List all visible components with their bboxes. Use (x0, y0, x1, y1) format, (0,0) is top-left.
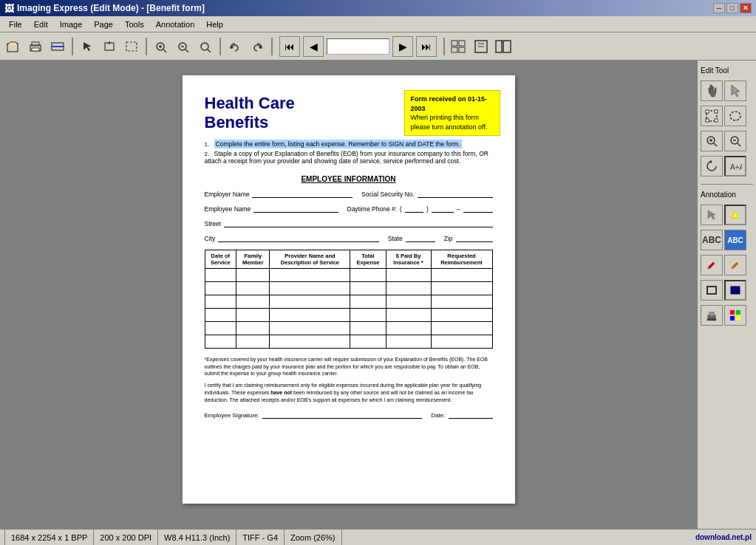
zip-field (456, 233, 493, 242)
zoom-out-button[interactable] (173, 36, 194, 57)
phone-area-field (405, 204, 423, 213)
table-row (205, 295, 492, 308)
color-picker-button[interactable] (724, 305, 746, 326)
menu-tools[interactable]: Tools (119, 18, 150, 30)
svg-rect-26 (503, 41, 511, 52)
title-icon: 🖼 (4, 3, 14, 14)
highlight-tool-button[interactable] (724, 205, 746, 225)
employer-label: Employer Name (205, 191, 250, 198)
menu-edit[interactable]: Edit (28, 18, 54, 30)
next-page-button[interactable]: ▶ (392, 36, 413, 57)
employee-field (253, 204, 338, 213)
page-nav: ⏮ ◀ Page 1 of 2 ▶ ⏭ (276, 36, 440, 57)
svg-text:A+A: A+A (730, 163, 742, 171)
zoom-in-button[interactable] (151, 36, 171, 57)
svg-rect-3 (32, 48, 39, 51)
maximize-button[interactable]: □ (726, 3, 738, 13)
rect-tool-button[interactable] (701, 280, 723, 301)
svg-rect-20 (452, 47, 457, 52)
svg-rect-18 (452, 41, 457, 46)
zoom-out-tool-button[interactable] (724, 131, 746, 151)
street-label: Street (205, 220, 222, 227)
title-bar: 🖼 Imaging Express (Edit Mode) - [Benefit… (0, 0, 756, 16)
svg-rect-42 (731, 287, 740, 294)
svg-rect-25 (496, 41, 502, 52)
instruction-2: Staple a copy of your Explanation of Ben… (205, 150, 488, 165)
annotation-row-5 (701, 305, 753, 326)
signature-line (262, 410, 423, 419)
status-size: W8.4 H11.3 (Inch) (158, 529, 236, 545)
ssn-label: Social Security No. (361, 191, 415, 198)
rotate-right-button[interactable]: A+A (724, 156, 746, 176)
status-format: TIFF - G4 (236, 529, 285, 545)
status-zoom: Zoom (26%) (285, 529, 342, 545)
annotation-line1: Form received on 01-15-2003 (411, 95, 494, 113)
rect-select-button[interactable] (701, 106, 723, 126)
thumbnail-view-button[interactable] (449, 36, 469, 57)
separator-5 (443, 38, 445, 55)
pointer-tool-button[interactable] (724, 80, 746, 101)
annotation-line3: please turn annotation off. (411, 123, 494, 132)
edit-tool-row-1 (701, 80, 753, 101)
select-button[interactable] (121, 36, 142, 57)
lasso-select-button[interactable] (724, 106, 746, 126)
pen-alt-button[interactable] (724, 255, 746, 275)
text-tool-button[interactable]: ABC (701, 230, 723, 250)
hand-tool-button[interactable] (701, 80, 723, 101)
menu-help[interactable]: Help (200, 18, 229, 30)
svg-rect-31 (715, 119, 718, 122)
rotate-left-button[interactable] (701, 156, 723, 176)
menu-image[interactable]: Image (54, 18, 89, 30)
annotation-select-button[interactable] (701, 205, 723, 225)
fit-button[interactable] (195, 36, 216, 57)
fill-rect-button[interactable] (724, 280, 746, 301)
close-button[interactable]: ✕ (740, 3, 752, 13)
status-logo: dоwnload.net.pl (695, 533, 752, 541)
text-highlight-button[interactable]: ABC (724, 230, 746, 250)
annotation-row-1 (701, 205, 753, 225)
instruction-1: Complete the entire form, listing each e… (214, 140, 463, 148)
svg-point-32 (730, 112, 740, 120)
annotation-box: Form received on 01-15-2003 When printin… (404, 90, 500, 136)
first-page-button[interactable]: ⏮ (279, 36, 300, 57)
minimize-button[interactable]: ─ (713, 3, 725, 13)
zoom-in-tool-button[interactable] (701, 131, 723, 151)
scan-button[interactable] (47, 36, 68, 57)
page-view-button[interactable] (471, 36, 491, 57)
employee-row: Employee Name Daytime Phone #: ( ) – (205, 204, 493, 213)
rotate-button[interactable] (99, 36, 120, 57)
svg-rect-45 (707, 319, 716, 321)
table-row (205, 308, 492, 321)
print-button[interactable] (25, 36, 46, 57)
redo-button[interactable] (247, 36, 268, 57)
arrow-button[interactable] (77, 36, 98, 57)
footer-text-2: I certify that I am claiming reimburseme… (205, 382, 493, 403)
page-input[interactable]: Page 1 of 2 (327, 38, 389, 55)
open-button[interactable] (3, 36, 24, 57)
document-area[interactable]: Form received on 01-15-2003 When printin… (0, 61, 697, 529)
col-reimburse: RequestedReimbursement (431, 250, 492, 268)
phone-number-field (463, 204, 493, 213)
col-insurance: $ Paid ByInsurance * (386, 250, 431, 268)
table-row (205, 335, 492, 348)
status-bar: 1684 x 2254 x 1 BPP 200 x 200 DPI W8.4 H… (0, 529, 756, 545)
svg-line-17 (208, 49, 211, 52)
menu-file[interactable]: File (3, 18, 28, 30)
prev-page-button[interactable]: ◀ (303, 36, 324, 57)
status-dpi: 200 x 200 DPI (94, 529, 158, 545)
annotation-row-2: ABC ABC (701, 230, 753, 250)
menu-page[interactable]: Page (88, 18, 119, 30)
svg-rect-19 (459, 41, 465, 46)
menu-annotation[interactable]: Annotation (150, 18, 201, 30)
pen-red-button[interactable] (701, 255, 723, 275)
zip-label: Zip (444, 235, 453, 242)
edit-tool-row-3 (701, 131, 753, 151)
stamp-button[interactable] (701, 305, 723, 326)
annotation-row-3 (701, 255, 753, 275)
annotation-title: Annotation (701, 191, 753, 199)
last-page-button[interactable]: ⏭ (416, 36, 437, 57)
split-view-button[interactable] (493, 36, 514, 57)
city-row: City State Zip (205, 233, 493, 242)
svg-rect-41 (707, 287, 716, 294)
undo-button[interactable] (225, 36, 245, 57)
